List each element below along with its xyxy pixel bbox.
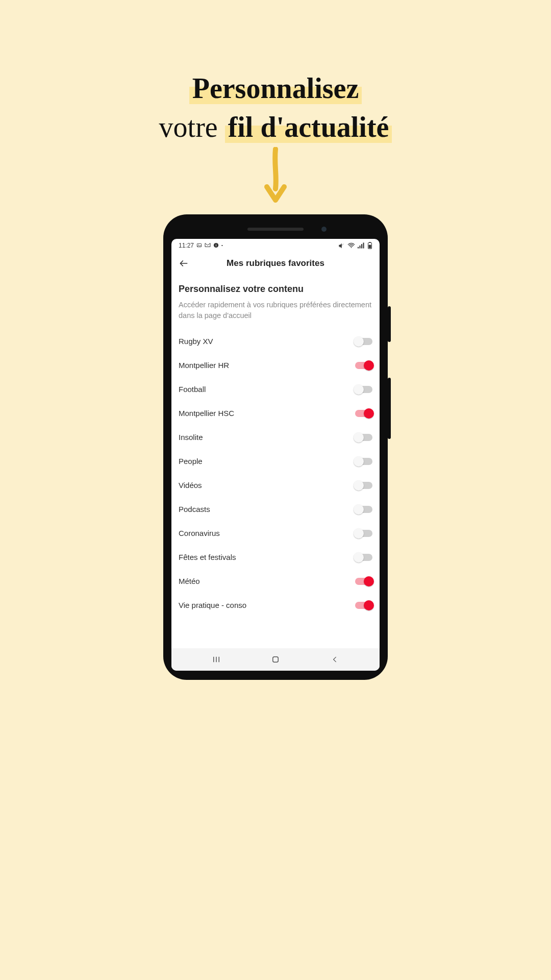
phone-side-button	[388, 306, 391, 342]
svg-rect-9	[363, 242, 364, 248]
android-back-button[interactable]	[319, 655, 350, 664]
svg-rect-12	[369, 245, 371, 249]
app-bar: Mes rubriques favorites	[171, 252, 380, 275]
svg-rect-16	[273, 657, 279, 663]
preference-row: Fêtes et festivals	[179, 545, 372, 569]
section-subtitle: Accéder rapidement à vos rubriques préfé…	[179, 300, 372, 321]
svg-point-5	[351, 247, 352, 248]
phone-screen: 11:27 •	[171, 239, 380, 671]
svg-rect-11	[369, 242, 371, 242]
preference-row: Rugby XV	[179, 329, 372, 353]
preference-toggle[interactable]	[355, 482, 372, 489]
phone-frame: 11:27 •	[163, 214, 388, 680]
preference-label: People	[179, 457, 203, 465]
preference-label: Football	[179, 385, 206, 394]
toggle-knob	[364, 408, 374, 419]
image-icon	[196, 242, 202, 249]
preference-toggle[interactable]	[355, 338, 372, 345]
wifi-icon	[347, 242, 355, 249]
toggle-knob	[364, 600, 374, 610]
preference-row: Montpellier HR	[179, 353, 372, 377]
headline-word-2: votre	[159, 111, 218, 143]
toggle-knob	[354, 552, 364, 562]
preference-row: Vidéos	[179, 473, 372, 497]
more-dot-icon: •	[221, 243, 223, 248]
preference-row: Montpellier HSC	[179, 401, 372, 425]
preference-label: Rugby XV	[179, 337, 213, 346]
marketing-headline: Personnalisez votre fil d'actualité	[0, 70, 551, 145]
svg-rect-7	[360, 246, 361, 249]
section-title: Personnalisez votre contenu	[179, 284, 372, 295]
preference-row: Vie pratique - conso	[179, 593, 372, 617]
svg-rect-8	[361, 244, 362, 248]
preference-label: Vidéos	[179, 481, 202, 489]
toggle-knob	[354, 504, 364, 514]
android-recents-button[interactable]	[201, 655, 232, 664]
preference-row: People	[179, 449, 372, 473]
svg-rect-4	[216, 243, 216, 244]
battery-icon	[367, 242, 372, 249]
android-nav-bar	[171, 648, 380, 671]
toggle-knob	[354, 336, 364, 347]
gmail-icon	[205, 242, 211, 249]
preference-toggle[interactable]	[355, 386, 372, 393]
preference-toggle[interactable]	[355, 530, 372, 537]
preference-label: Montpellier HSC	[179, 409, 234, 418]
content-area: Personnalisez votre contenu Accéder rapi…	[171, 275, 380, 648]
preference-toggle[interactable]	[355, 362, 372, 369]
status-bar: 11:27 •	[171, 239, 380, 252]
headline-word-3: fil d'actualité	[225, 111, 392, 143]
status-time: 11:27	[179, 242, 194, 249]
mute-icon	[338, 242, 345, 249]
preference-toggle[interactable]	[355, 434, 372, 441]
preference-label: Météo	[179, 577, 200, 585]
signal-icon	[358, 242, 365, 249]
preference-label: Insolite	[179, 433, 203, 442]
page-title: Mes rubriques favorites	[177, 258, 374, 268]
toggle-knob	[354, 528, 364, 538]
preference-toggle[interactable]	[355, 578, 372, 585]
svg-rect-3	[216, 244, 216, 246]
preference-label: Montpellier HR	[179, 361, 229, 370]
toggle-knob	[354, 432, 364, 443]
phone-side-button	[388, 378, 391, 439]
preference-toggle[interactable]	[355, 506, 372, 513]
preference-toggle[interactable]	[355, 554, 372, 561]
toggle-knob	[354, 480, 364, 491]
toggle-knob	[354, 384, 364, 395]
preference-toggle[interactable]	[355, 410, 372, 417]
preference-row: Podcasts	[179, 497, 372, 521]
toggle-knob	[364, 360, 374, 371]
preference-row: Football	[179, 377, 372, 401]
svg-rect-6	[358, 247, 359, 249]
preference-toggle[interactable]	[355, 458, 372, 465]
preference-row: Insolite	[179, 425, 372, 449]
preference-label: Fêtes et festivals	[179, 553, 236, 561]
info-icon	[213, 242, 219, 249]
toggle-knob	[364, 576, 374, 586]
toggle-knob	[354, 456, 364, 467]
preference-row: Météo	[179, 569, 372, 593]
preference-row: Coronavirus	[179, 521, 372, 545]
arrow-down-icon	[263, 147, 288, 206]
preference-toggle[interactable]	[355, 602, 372, 609]
headline-word-1: Personnalisez	[189, 72, 362, 104]
preference-label: Vie pratique - conso	[179, 601, 246, 609]
preference-label: Coronavirus	[179, 529, 220, 537]
preference-label: Podcasts	[179, 505, 210, 513]
android-home-button[interactable]	[260, 655, 291, 664]
